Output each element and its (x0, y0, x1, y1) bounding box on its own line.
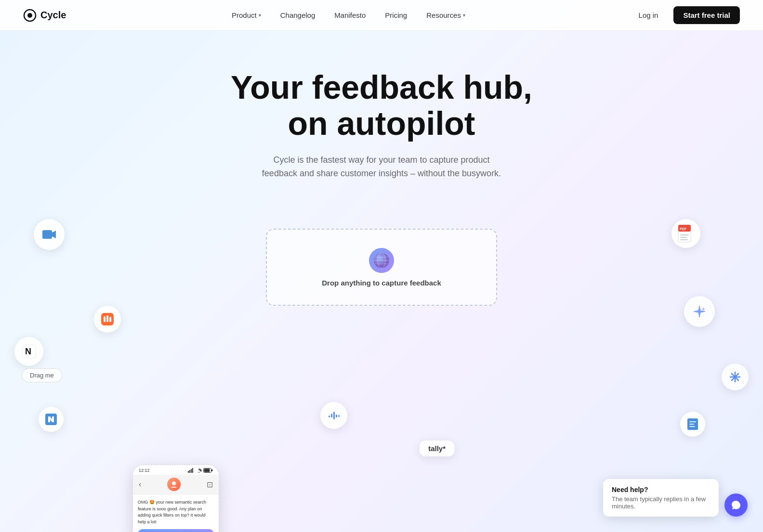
phone-mockup: 12:12 (132, 465, 219, 532)
notion-bottom-icon-float (39, 407, 64, 432)
svg-rect-8 (680, 237, 687, 238)
video-icon-float (34, 219, 65, 250)
phone-body: OMG 🤩 your new semantic search feature i… (133, 494, 219, 532)
nav-links: Product ▾ Changelog Manifesto Pricing Re… (224, 7, 473, 23)
doc-icon-float (680, 412, 705, 437)
notion-icon-float: N (14, 337, 43, 366)
svg-point-1 (27, 13, 32, 18)
pdf-icon-float: PDF (671, 219, 700, 248)
svg-rect-23 (689, 421, 696, 422)
dropzone-wrapper: Drop anything to capture feedback (266, 229, 497, 306)
svg-point-30 (198, 472, 199, 473)
phone-reply-bubble: Pauline, you read our minds! Quick filte… (138, 529, 214, 532)
nav-product[interactable]: Product ▾ (224, 7, 269, 23)
chat-icon (731, 500, 741, 510)
svg-rect-25 (689, 426, 695, 427)
tally-icon-float: tally* (420, 441, 454, 456)
login-button[interactable]: Log in (631, 7, 666, 23)
phone-user-message: OMG 🤩 your new semantic search feature i… (138, 499, 214, 525)
svg-rect-29 (192, 468, 193, 473)
chat-widget: Need help? The team typically replies in… (603, 479, 748, 517)
svg-text:PDF: PDF (680, 227, 687, 231)
svg-rect-45 (338, 415, 340, 417)
svg-text:N: N (25, 347, 31, 356)
logo-text: Cycle (40, 10, 66, 21)
nav-changelog[interactable]: Changelog (273, 7, 323, 23)
chat-bubble-subtitle: The team typically replies in a few minu… (612, 495, 710, 510)
logo[interactable]: Cycle (23, 9, 66, 22)
globe-icon (369, 248, 394, 273)
phone-status-bar: 12:12 (133, 465, 219, 475)
svg-rect-42 (333, 412, 335, 419)
svg-rect-26 (188, 471, 189, 473)
svg-rect-7 (680, 234, 689, 235)
sparkle-icon-float (684, 296, 715, 327)
nav-manifesto[interactable]: Manifesto (327, 7, 373, 23)
svg-rect-11 (104, 316, 105, 322)
svg-rect-44 (329, 415, 330, 417)
svg-rect-13 (109, 317, 111, 322)
chat-bubble-title: Need help? (612, 486, 710, 493)
svg-rect-9 (680, 239, 688, 240)
nav-pricing[interactable]: Pricing (377, 7, 415, 23)
audio-icon-float (320, 402, 347, 429)
cycle-logo-icon (23, 9, 37, 22)
svg-rect-12 (106, 315, 108, 322)
nav-right: Log in Start free trial (631, 6, 740, 24)
intercom-icon-float (94, 306, 121, 333)
svg-rect-27 (189, 470, 190, 473)
svg-rect-24 (689, 424, 694, 425)
snowflake-icon-float (722, 363, 749, 390)
svg-rect-43 (336, 415, 337, 417)
phone-nav: ‹ ⊡ (133, 475, 219, 494)
nav-resources[interactable]: Resources ▾ (419, 7, 473, 23)
drop-zone[interactable]: Drop anything to capture feedback (266, 229, 497, 306)
product-chevron-icon: ▾ (259, 13, 261, 18)
main-content: PDF N (0, 200, 763, 498)
svg-rect-32 (211, 469, 213, 471)
svg-rect-2 (42, 230, 52, 239)
phone-avatar (167, 478, 181, 491)
drop-zone-text: Drop anything to capture feedback (322, 279, 441, 287)
hero-headline: Your feedback hub, on autopilot (231, 69, 532, 142)
chat-bubble: Need help? The team typically replies in… (603, 479, 719, 517)
trial-button[interactable]: Start free trial (673, 6, 740, 24)
svg-point-21 (734, 376, 737, 378)
hero-subtext: Cycle is the fastest way for your team t… (256, 153, 507, 181)
svg-point-34 (172, 481, 176, 485)
svg-rect-41 (331, 414, 332, 417)
drag-me-label[interactable]: Drag me (22, 368, 62, 382)
svg-rect-33 (204, 469, 210, 472)
svg-marker-3 (52, 231, 56, 238)
navigation: Cycle Product ▾ Changelog Manifesto Pric… (0, 0, 763, 31)
resources-chevron-icon: ▾ (463, 13, 465, 18)
svg-rect-28 (191, 469, 192, 473)
hero-section: Your feedback hub, on autopilot Cycle is… (0, 31, 763, 200)
chat-button[interactable] (724, 493, 748, 517)
